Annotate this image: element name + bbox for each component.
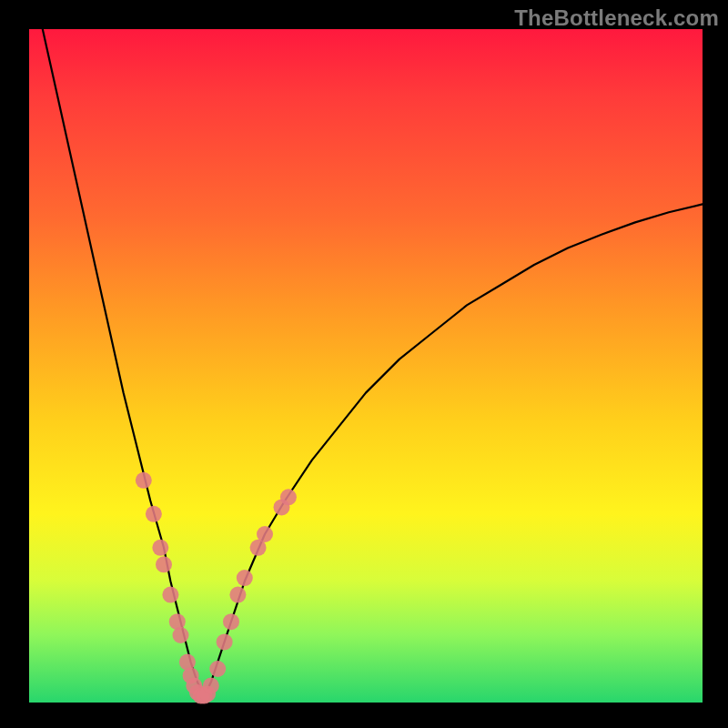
chart-overlay xyxy=(0,0,728,728)
markers-layer xyxy=(136,472,297,704)
marker-point xyxy=(156,556,172,572)
chart-stage: TheBottleneck.com xyxy=(0,0,728,728)
marker-point xyxy=(173,627,189,643)
marker-point xyxy=(280,489,297,505)
marker-point xyxy=(162,587,178,603)
marker-point xyxy=(237,570,253,586)
marker-point xyxy=(136,472,152,489)
marker-point xyxy=(152,540,168,556)
marker-point xyxy=(146,506,162,522)
curve-right-branch xyxy=(204,204,703,695)
marker-point xyxy=(223,613,239,630)
marker-point xyxy=(209,661,226,677)
watermark-text: TheBottleneck.com xyxy=(514,5,719,31)
curve-left-branch xyxy=(43,29,205,696)
marker-point xyxy=(257,526,273,542)
marker-point xyxy=(203,678,219,694)
marker-point xyxy=(217,633,233,650)
curves-layer xyxy=(43,29,703,696)
marker-point xyxy=(229,587,246,603)
